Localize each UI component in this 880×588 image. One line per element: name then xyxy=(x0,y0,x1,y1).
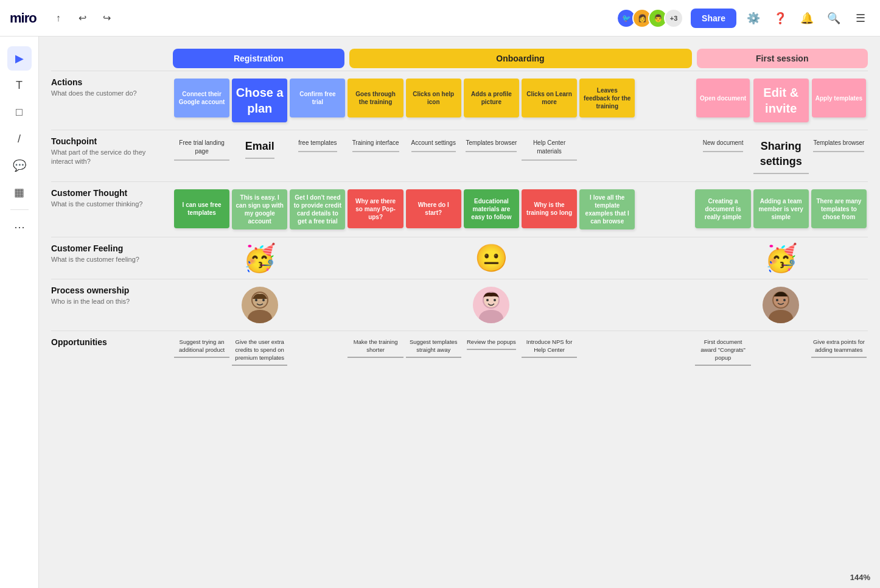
action-cell-10: Edit & invite xyxy=(752,77,810,124)
po-empty8 xyxy=(694,285,752,288)
settings-icon[interactable]: ⚙️ xyxy=(744,9,763,28)
touchpoint-row: Touchpoint What part of the service do t… xyxy=(51,130,868,181)
po-empty7 xyxy=(636,285,694,288)
action-note-11[interactable]: Apply templates xyxy=(812,79,866,117)
action-note-4[interactable]: Goes through the training xyxy=(347,79,403,117)
tp-7: Help Center materials xyxy=(522,138,577,161)
action-note-1[interactable]: Connect their Google account xyxy=(174,79,229,117)
feeling-empty7 xyxy=(636,243,694,246)
tp-3: free templates xyxy=(298,138,337,152)
text-tool[interactable]: T xyxy=(7,73,32,97)
feeling-empty9 xyxy=(810,243,868,246)
opp-empty3 xyxy=(636,337,694,340)
thought-note-3[interactable]: Get I don't need to provide credit card … xyxy=(290,189,345,229)
thought-cell-9: Creating a document is really simple xyxy=(694,188,752,229)
action-note-2[interactable]: Chose a plan xyxy=(232,79,287,122)
thought-cell-4: Why are there so many Pop-ups? xyxy=(346,188,404,229)
thought-note-7[interactable]: Why is the training so long xyxy=(522,189,577,228)
feeling-empty1 xyxy=(173,243,231,246)
po-cell-1 xyxy=(231,285,288,324)
frame-tool[interactable]: ▦ xyxy=(7,180,32,205)
opp-3: Make the training shorter xyxy=(347,338,403,358)
tp-cell-2: Email xyxy=(231,136,288,160)
tp-cell-9: Sharing settings xyxy=(752,136,810,175)
thought-cell-3: Get I don't need to provide credit card … xyxy=(288,188,346,231)
search-icon[interactable]: 🔍 xyxy=(824,9,843,28)
opp-1: Suggest trying an additional product xyxy=(174,338,229,358)
action-cell-5: Clicks on help icon xyxy=(405,77,463,119)
tp-cell-1: Free trial landing page xyxy=(173,136,231,162)
feeling-empty3 xyxy=(346,243,404,246)
opp-cell-1: Suggest trying an additional product xyxy=(173,337,231,359)
action-note-8[interactable]: Leaves feedback for the training xyxy=(579,79,635,117)
zoom-indicator: 144% xyxy=(850,573,870,582)
tp-4: Training interface xyxy=(352,138,399,152)
svg-point-11 xyxy=(769,310,793,323)
action-note-6[interactable]: Adds a profile picture xyxy=(464,79,519,117)
phase-onboarding: Onboarding xyxy=(349,49,692,68)
opp-4: Suggest templates straight away xyxy=(406,338,461,358)
action-note-5[interactable]: Clicks on help icon xyxy=(406,79,461,117)
opportunities-row: Opportunities Suggest trying an addition… xyxy=(51,331,868,373)
action-note-7[interactable]: Clicks on Learn more xyxy=(522,79,577,117)
thought-note-9[interactable]: Creating a document is really simple xyxy=(695,189,750,228)
upload-button[interactable]: ↑ xyxy=(49,9,68,28)
feeling-empty6 xyxy=(578,243,636,246)
thought-cell-2: This is easy. I can sign up with my goog… xyxy=(231,188,288,231)
action-cell-2: Chose a plan xyxy=(231,77,288,124)
opp-empty2 xyxy=(578,337,636,340)
po-empty9 xyxy=(810,285,868,288)
tp-8: New document xyxy=(703,138,744,152)
cursor-tool[interactable]: ▶ xyxy=(7,46,32,71)
thought-note-2[interactable]: This is easy. I can sign up with my goog… xyxy=(232,189,287,229)
undo-button[interactable]: ↩ xyxy=(73,9,93,28)
line-tool[interactable]: / xyxy=(7,127,32,151)
tp-1: Free trial landing page xyxy=(174,138,229,161)
action-note-3[interactable]: Confirm free trial xyxy=(290,79,345,117)
logo: miro xyxy=(10,10,37,26)
po-empty2 xyxy=(288,285,346,288)
more-tools[interactable]: ⋯ xyxy=(7,215,32,239)
tp-cell-5: Account settings xyxy=(405,136,463,153)
help-icon[interactable]: ❓ xyxy=(770,9,790,28)
comment-tool[interactable]: 💬 xyxy=(7,153,32,178)
thought-label: Customer Thought What is the customer th… xyxy=(51,188,173,209)
menu-icon[interactable]: ☰ xyxy=(851,9,870,28)
tp-10: Templates browser xyxy=(813,138,864,152)
po-empty3 xyxy=(346,285,404,288)
avatar-group: 🐦 👩 👨 +3 xyxy=(616,9,683,28)
tp-cell-7: Help Center materials xyxy=(520,136,578,162)
thought-note-5[interactable]: Where do I start? xyxy=(406,189,461,228)
tp-6: Templates browser xyxy=(466,138,517,152)
thought-note-4[interactable]: Why are there so many Pop-ups? xyxy=(347,189,403,228)
phase-header-row: Registration Onboarding First session xyxy=(51,49,868,68)
po-avatar-1 xyxy=(242,287,278,323)
redo-button[interactable]: ↪ xyxy=(97,9,117,28)
action-note-10[interactable]: Edit & invite xyxy=(753,79,809,122)
feeling-empty4 xyxy=(405,243,463,246)
feeling-emoji-1: 🥳 xyxy=(243,245,276,271)
opp-cell-2: Give the user extra credits to spend on … xyxy=(231,337,288,366)
notification-icon[interactable]: 🔔 xyxy=(797,9,817,28)
tp-2: Email xyxy=(245,138,274,159)
action-cell-3: Confirm free trial xyxy=(288,77,346,119)
svg-point-4 xyxy=(262,299,265,301)
thought-note-6[interactable]: Educational materials are easy to follow xyxy=(464,189,519,228)
tp-cell-3: free templates xyxy=(288,136,346,153)
po-cell-3 xyxy=(752,285,810,324)
action-note-9[interactable]: Open document xyxy=(696,79,750,117)
svg-point-8 xyxy=(486,299,489,301)
tp-cell-6: Templates browser xyxy=(463,136,520,153)
shape-tool[interactable]: □ xyxy=(7,100,32,124)
action-cell-4: Goes through the training xyxy=(346,77,404,119)
thought-note-11[interactable]: There are many templates to chose from xyxy=(811,189,867,228)
svg-point-9 xyxy=(494,299,496,301)
thought-note-1[interactable]: I can use free templates xyxy=(174,189,229,228)
opp-5: Review the popups xyxy=(467,338,516,350)
po-empty4 xyxy=(405,285,463,288)
opp-empty4 xyxy=(752,337,810,340)
opp-6: Introduce NPS for Help Center xyxy=(522,338,577,358)
thought-note-8[interactable]: I love all the template examples that I … xyxy=(579,189,635,229)
share-button[interactable]: Share xyxy=(691,9,736,28)
thought-note-10[interactable]: Adding a team member is very simple xyxy=(753,189,809,228)
